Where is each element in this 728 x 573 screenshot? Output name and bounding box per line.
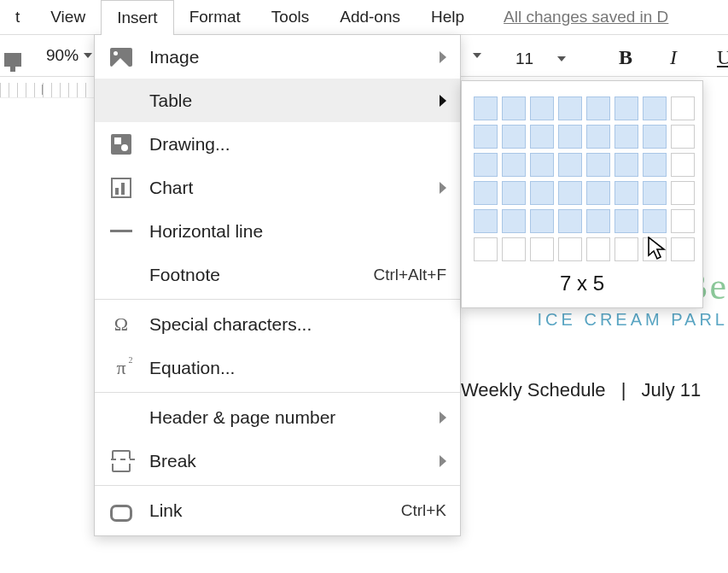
table-cell[interactable] [474,153,498,177]
table-cell[interactable] [671,96,695,120]
table-cell[interactable] [614,96,638,120]
table-cell[interactable] [614,153,638,177]
menu-item-horizontal-line[interactable]: Horizontal line [95,209,460,253]
menu-item-equation[interactable]: π2 Equation... [95,346,460,389]
table-cell[interactable] [530,153,554,177]
table-cell[interactable] [586,237,610,261]
table-cell[interactable] [558,181,582,205]
menu-help[interactable]: Help [416,0,480,34]
table-cell[interactable] [671,181,695,205]
table-cell[interactable] [474,96,498,120]
table-cell[interactable] [474,125,498,149]
table-cell[interactable] [530,181,554,205]
chevron-right-icon [440,182,446,194]
table-cell[interactable] [558,237,582,261]
table-cell[interactable] [558,125,582,149]
horizontal-line-icon [108,219,134,244]
table-cell[interactable] [643,125,667,149]
table-cell[interactable] [671,209,695,233]
drawing-icon [108,132,134,157]
table-cell[interactable] [530,209,554,233]
menu-item-special-characters[interactable]: Ω Special characters... [95,302,460,346]
pi-icon: π2 [108,355,134,381]
table-cell[interactable] [558,153,582,177]
menu-item-label: Table [149,91,440,111]
table-cell[interactable] [586,125,610,149]
table-cell[interactable] [671,237,695,261]
table-cell[interactable] [502,181,526,205]
menu-insert[interactable]: Insert [101,0,174,35]
chevron-down-icon [84,53,92,58]
menubar: t View Insert Format Tools Add-ons Help … [0,0,728,34]
table-grid[interactable] [474,96,690,261]
zoom-dropdown[interactable]: 90% [46,46,92,65]
table-cell[interactable] [502,153,526,177]
menu-item-label: Footnote [149,265,373,285]
table-cell[interactable] [614,209,638,233]
table-cell[interactable] [502,209,526,233]
menu-item-header-page-number[interactable]: Header & page number [95,395,460,439]
menu-edit-partial[interactable]: t [0,0,35,34]
fontsize-dropdown[interactable]: 11 [515,50,566,68]
chart-icon [108,175,134,201]
brand-tagline: ICE CREAM PARL [461,310,728,330]
table-cell[interactable] [530,237,554,261]
menu-view[interactable]: View [35,0,101,34]
document-body-line: Weekly Schedule | July 11 [461,379,728,401]
menu-separator [95,299,460,300]
chevron-right-icon [440,412,446,424]
table-cell[interactable] [586,96,610,120]
save-status-link[interactable]: All changes saved in D [488,0,684,34]
table-cell[interactable] [643,181,667,205]
table-cell[interactable] [474,237,498,261]
ruler [0,83,94,98]
menu-tools[interactable]: Tools [256,0,324,34]
table-dimensions-label: 7 x 5 [474,272,690,295]
menu-separator [95,485,460,486]
menu-item-footnote[interactable]: Footnote Ctrl+Alt+F [95,253,460,296]
menu-format[interactable]: Format [174,0,256,34]
chevron-down-icon [557,56,566,61]
table-cell[interactable] [643,96,667,120]
table-cell[interactable] [643,237,667,261]
table-cell[interactable] [502,96,526,120]
font-dropdown-caret[interactable] [473,53,481,58]
menu-item-table[interactable]: Table [95,79,460,122]
underline-button[interactable]: U [717,46,728,69]
table-cell[interactable] [614,181,638,205]
table-cell[interactable] [671,125,695,149]
menu-item-image[interactable]: Image [95,35,460,79]
menu-item-break[interactable]: Break [95,439,460,482]
table-cell[interactable] [586,181,610,205]
table-cell[interactable] [558,96,582,120]
page-break-icon [108,448,134,474]
menu-item-label: Equation... [149,358,446,378]
menu-item-drawing[interactable]: Drawing... [95,122,460,166]
table-cell[interactable] [586,153,610,177]
bold-button[interactable]: B [619,46,632,69]
table-cell[interactable] [558,209,582,233]
table-cell[interactable] [643,209,667,233]
table-cell[interactable] [502,125,526,149]
table-cell[interactable] [474,209,498,233]
table-cell[interactable] [530,96,554,120]
link-icon [108,498,134,523]
menu-item-label: Drawing... [149,134,446,155]
table-cell[interactable] [671,153,695,177]
menu-addons[interactable]: Add-ons [324,0,416,34]
table-cell[interactable] [502,237,526,261]
table-cell[interactable] [586,209,610,233]
menu-item-label: Break [149,451,440,471]
italic-button[interactable]: I [670,46,677,69]
table-cell[interactable] [643,153,667,177]
table-cell[interactable] [474,181,498,205]
menu-item-chart[interactable]: Chart [95,166,460,209]
menu-item-link[interactable]: Link Ctrl+K [95,488,460,532]
table-cell[interactable] [614,125,638,149]
schedule-date: July 11 [642,379,702,401]
zoom-value: 90% [46,46,79,65]
paint-format-icon[interactable] [4,53,21,67]
table-cell[interactable] [530,125,554,149]
chevron-right-icon [440,95,446,107]
table-cell[interactable] [614,237,638,261]
